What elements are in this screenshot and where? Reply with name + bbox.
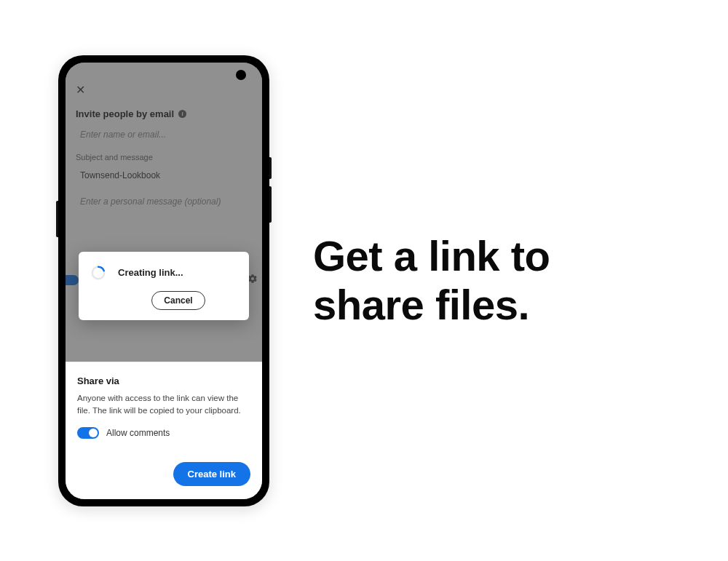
close-icon[interactable]: ✕: [76, 83, 85, 97]
share-form: ✕ Invite people by email i Enter name or…: [66, 63, 262, 231]
camera-hole: [236, 70, 246, 80]
cancel-button[interactable]: Cancel: [151, 291, 205, 310]
message-field[interactable]: Enter a personal message (optional): [76, 194, 252, 210]
toggle-knob: [89, 429, 98, 437]
create-link-button[interactable]: Create link: [173, 462, 250, 486]
headline-text: Get a link to share files.: [313, 232, 655, 329]
sheet-title: Share via: [77, 375, 250, 386]
allow-comments-toggle[interactable]: [77, 427, 99, 439]
phone-frame: ✕ Invite people by email i Enter name or…: [58, 55, 269, 506]
sheet-description: Anyone with access to the link can view …: [77, 392, 250, 416]
dialog-status-text: Creating link...: [118, 267, 183, 278]
phone-volume-button: [269, 186, 272, 223]
toggle-peek: [66, 275, 79, 285]
gear-icon[interactable]: [248, 274, 258, 286]
subject-field[interactable]: Townsend-Lookbook: [76, 167, 252, 183]
creating-link-dialog: Creating link... Cancel: [79, 252, 249, 320]
allow-comments-label: Allow comments: [106, 428, 170, 438]
phone-screen: ✕ Invite people by email i Enter name or…: [66, 63, 262, 499]
phone-power-button: [269, 157, 272, 179]
section-label: Subject and message: [76, 153, 252, 162]
spinner-icon: [90, 265, 106, 281]
email-field[interactable]: Enter name or email...: [76, 127, 252, 143]
info-icon[interactable]: i: [178, 110, 186, 118]
share-sheet: Share via Anyone with access to the link…: [66, 362, 262, 498]
invite-label: Invite people by email: [76, 108, 174, 119]
phone-side-button: [56, 201, 58, 237]
